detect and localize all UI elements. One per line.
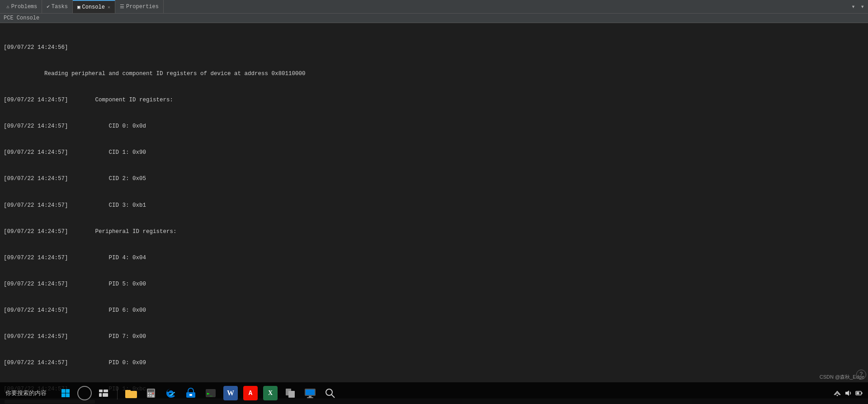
network-icon (834, 390, 841, 397)
magnifier-icon[interactable] (322, 385, 338, 401)
console-line-12: [09/07/22 14:24:57] PID 0: 0x09 (4, 359, 864, 367)
svg-text:►_: ►_ (207, 391, 213, 396)
svg-rect-12 (148, 393, 149, 394)
svg-rect-13 (150, 393, 151, 394)
svg-rect-25 (306, 390, 315, 395)
svg-rect-17 (152, 395, 154, 397)
console-line-6: [09/07/22 14:24:57] CID 3: 0xb1 (4, 201, 864, 210)
svg-rect-15 (148, 395, 149, 396)
console-line-1: Reading peripheral and component ID regi… (4, 70, 864, 78)
taskbar-search-text: 你要搜索的内容 (5, 389, 47, 397)
pce-console-label: PCE Console (0, 14, 868, 23)
tasks-icon: ✔ (47, 4, 50, 10)
svg-rect-19 (189, 394, 192, 396)
console-line-10: [09/07/22 14:24:57] PID 6: 0x00 (4, 306, 864, 315)
properties-icon: ☰ (120, 4, 124, 10)
edge-icon[interactable] (163, 385, 179, 401)
store-icon[interactable] (183, 385, 199, 401)
console-close-icon[interactable]: ✕ (108, 5, 110, 10)
svg-rect-0 (61, 389, 66, 393)
console-line-2: [09/07/22 14:24:57] Component ID registe… (4, 96, 864, 105)
svg-rect-9 (125, 390, 131, 392)
svg-rect-33 (862, 392, 863, 394)
file-explorer-icon[interactable] (123, 385, 139, 401)
svg-rect-26 (309, 396, 311, 397)
svg-rect-3 (66, 394, 70, 398)
calculator-icon[interactable] (143, 385, 159, 401)
svg-marker-31 (845, 390, 849, 396)
console-line-11: [09/07/22 14:24:57] PID 7: 0x00 (4, 333, 864, 341)
console-line-4: [09/07/22 14:24:57] CID 1: 0x90 (4, 148, 864, 157)
svg-rect-4 (99, 390, 103, 392)
tab-properties[interactable]: ☰ Properties (115, 0, 164, 13)
svg-point-30 (837, 395, 838, 396)
console-line-8: [09/07/22 14:24:57] PID 4: 0x04 (4, 254, 864, 262)
svg-rect-7 (103, 393, 108, 397)
svg-point-28 (326, 389, 332, 395)
adobe-icon[interactable]: A (242, 385, 259, 401)
console-line-3: [09/07/22 14:24:57] CID 0: 0x0d (4, 122, 864, 131)
svg-rect-27 (307, 397, 313, 398)
tab-tasks[interactable]: ✔ Tasks (42, 0, 73, 13)
files-icon[interactable] (282, 385, 298, 401)
search-circle-icon[interactable] (77, 386, 92, 400)
word-icon[interactable]: W (222, 385, 239, 401)
volume-icon (844, 390, 852, 397)
svg-rect-1 (66, 389, 70, 393)
taskbar: 你要搜索的内容 (0, 382, 868, 404)
console-output-area[interactable]: [09/07/22 14:24:56] Reading peripheral a… (0, 23, 868, 399)
battery-icon (855, 390, 863, 397)
tab-menu-btn[interactable]: ▾ (849, 2, 857, 11)
svg-rect-6 (99, 393, 102, 397)
svg-rect-8 (125, 391, 137, 398)
console-content: [09/07/22 14:24:56] Reading peripheral a… (0, 25, 868, 399)
console-line-0: [09/07/22 14:24:56] (4, 43, 864, 52)
console-icon: ▣ (77, 4, 80, 10)
console-line-7: [09/07/22 14:24:57] Peripheral ID regist… (4, 228, 864, 236)
excel-icon[interactable]: X (262, 385, 278, 401)
svg-rect-34 (857, 392, 859, 394)
svg-rect-2 (61, 394, 66, 398)
task-view-icon[interactable] (95, 385, 112, 401)
help-button[interactable]: ? (856, 370, 866, 380)
ide-container: ⚠ Problems ✔ Tasks ▣ Console ✕ ☰ Propert… (0, 0, 868, 404)
windows-button[interactable] (57, 385, 74, 401)
svg-rect-11 (148, 390, 154, 392)
terminal-icon[interactable]: ►_ (203, 385, 219, 401)
remote-desktop-icon[interactable] (302, 385, 318, 401)
console-line-9: [09/07/22 14:24:57] PID 5: 0x00 (4, 280, 864, 289)
tab-console[interactable]: ▣ Console ✕ (73, 0, 115, 13)
tab-problems[interactable]: ⚠ Problems (2, 0, 42, 13)
taskbar-right (834, 390, 863, 397)
taskbar-separator-1 (117, 387, 118, 399)
svg-rect-5 (104, 390, 108, 392)
console-line-5: [09/07/22 14:24:57] CID 2: 0x05 (4, 175, 864, 183)
tab-expand-btn[interactable]: ▾ (859, 2, 866, 11)
svg-rect-16 (150, 395, 151, 396)
svg-line-29 (331, 394, 335, 398)
tab-bar: ⚠ Problems ✔ Tasks ▣ Console ✕ ☰ Propert… (0, 0, 868, 14)
svg-rect-23 (288, 391, 295, 398)
svg-rect-14 (152, 393, 154, 394)
tab-bar-controls: ▾ ▾ (849, 2, 866, 11)
problems-icon: ⚠ (6, 4, 9, 10)
